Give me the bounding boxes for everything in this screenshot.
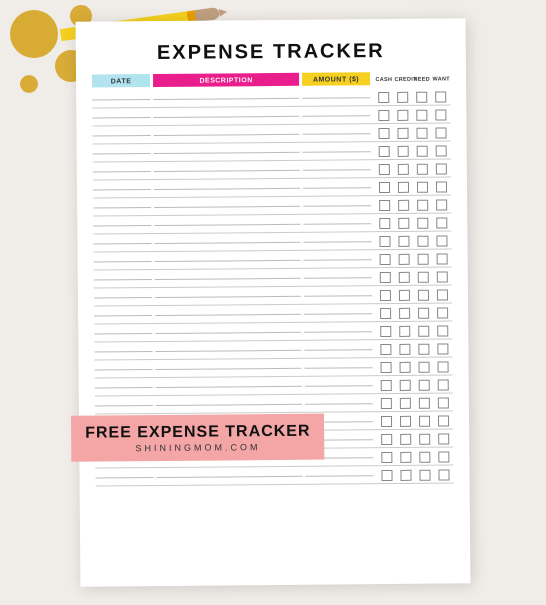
want-checkbox[interactable]: [438, 397, 449, 408]
table-row: [94, 268, 452, 288]
credit-checkbox[interactable]: [399, 271, 410, 282]
want-checkbox[interactable]: [437, 271, 448, 282]
want-checkbox[interactable]: [437, 289, 448, 300]
credit-checkbox[interactable]: [400, 469, 411, 480]
want-checkbox[interactable]: [436, 181, 447, 192]
cash-checkbox[interactable]: [381, 469, 392, 480]
need-checkbox[interactable]: [417, 199, 428, 210]
credit-checkbox[interactable]: [398, 199, 409, 210]
amount-line: [305, 403, 373, 405]
desc-line: [154, 133, 300, 135]
want-checkbox[interactable]: [436, 217, 447, 228]
credit-checkbox[interactable]: [399, 289, 410, 300]
credit-checkbox[interactable]: [400, 433, 411, 444]
credit-checkbox[interactable]: [397, 109, 408, 120]
cash-checkbox[interactable]: [380, 289, 391, 300]
cash-checkbox[interactable]: [381, 415, 392, 426]
need-checkbox[interactable]: [416, 127, 427, 138]
need-checkbox[interactable]: [418, 271, 429, 282]
want-checkbox[interactable]: [436, 145, 447, 156]
page-title: EXPENSE TRACKER: [92, 38, 450, 64]
want-checkbox[interactable]: [438, 469, 449, 480]
want-checkbox[interactable]: [437, 343, 448, 354]
credit-checkbox[interactable]: [399, 343, 410, 354]
cash-checkbox[interactable]: [381, 433, 392, 444]
want-checkbox[interactable]: [438, 415, 449, 426]
want-checkbox[interactable]: [435, 127, 446, 138]
credit-checkbox[interactable]: [399, 307, 410, 318]
need-checkbox[interactable]: [417, 181, 428, 192]
want-checkbox[interactable]: [437, 325, 448, 336]
need-checkbox[interactable]: [418, 325, 429, 336]
credit-checkbox[interactable]: [399, 253, 410, 264]
desc-line: [156, 367, 302, 369]
need-checkbox[interactable]: [417, 163, 428, 174]
need-checkbox[interactable]: [419, 415, 430, 426]
amount-line: [302, 115, 370, 117]
want-checkbox[interactable]: [437, 307, 448, 318]
need-checkbox[interactable]: [418, 343, 429, 354]
credit-checkbox[interactable]: [398, 217, 409, 228]
need-checkbox[interactable]: [418, 253, 429, 264]
need-checkbox[interactable]: [418, 307, 429, 318]
credit-checkbox[interactable]: [397, 91, 408, 102]
cash-checkbox[interactable]: [379, 235, 390, 246]
need-checkbox[interactable]: [417, 235, 428, 246]
cash-checkbox[interactable]: [381, 379, 392, 390]
need-checkbox[interactable]: [419, 397, 430, 408]
want-checkbox[interactable]: [436, 163, 447, 174]
credit-checkbox[interactable]: [400, 379, 411, 390]
need-checkbox[interactable]: [419, 361, 430, 372]
row-checkboxes: [371, 217, 451, 229]
cash-checkbox[interactable]: [378, 109, 389, 120]
want-checkbox[interactable]: [436, 235, 447, 246]
cash-checkbox[interactable]: [379, 199, 390, 210]
want-checkbox[interactable]: [435, 109, 446, 120]
credit-checkbox[interactable]: [398, 181, 409, 192]
need-checkbox[interactable]: [417, 217, 428, 228]
cash-checkbox[interactable]: [380, 307, 391, 318]
need-checkbox[interactable]: [417, 145, 428, 156]
credit-checkbox[interactable]: [400, 415, 411, 426]
cash-checkbox[interactable]: [379, 217, 390, 228]
amount-line: [303, 223, 371, 225]
want-checkbox[interactable]: [436, 199, 447, 210]
cash-checkbox[interactable]: [381, 451, 392, 462]
need-checkbox[interactable]: [419, 379, 430, 390]
want-checkbox[interactable]: [438, 433, 449, 444]
want-checkbox[interactable]: [438, 379, 449, 390]
cash-checkbox[interactable]: [379, 163, 390, 174]
cash-checkbox[interactable]: [380, 343, 391, 354]
credit-checkbox[interactable]: [398, 235, 409, 246]
cash-checkbox[interactable]: [379, 145, 390, 156]
date-line: [93, 171, 151, 173]
need-checkbox[interactable]: [419, 451, 430, 462]
want-checkbox[interactable]: [438, 361, 449, 372]
credit-checkbox[interactable]: [400, 397, 411, 408]
need-checkbox[interactable]: [419, 433, 430, 444]
need-checkbox[interactable]: [416, 91, 427, 102]
cash-checkbox[interactable]: [379, 181, 390, 192]
need-checkbox[interactable]: [419, 469, 430, 480]
credit-checkbox[interactable]: [399, 325, 410, 336]
want-checkbox[interactable]: [437, 253, 448, 264]
want-checkbox[interactable]: [438, 451, 449, 462]
cash-checkbox[interactable]: [378, 91, 389, 102]
cash-checkbox[interactable]: [380, 325, 391, 336]
credit-checkbox[interactable]: [398, 145, 409, 156]
cash-checkbox[interactable]: [381, 397, 392, 408]
cash-checkbox[interactable]: [380, 271, 391, 282]
credit-checkbox[interactable]: [398, 163, 409, 174]
amount-line: [303, 169, 371, 171]
cash-checkbox[interactable]: [378, 127, 389, 138]
need-checkbox[interactable]: [416, 109, 427, 120]
gold-circle-4: [20, 75, 38, 93]
credit-checkbox[interactable]: [400, 451, 411, 462]
credit-checkbox[interactable]: [397, 127, 408, 138]
desc-line: [154, 205, 300, 207]
want-checkbox[interactable]: [435, 91, 446, 102]
cash-checkbox[interactable]: [380, 253, 391, 264]
credit-checkbox[interactable]: [400, 361, 411, 372]
need-checkbox[interactable]: [418, 289, 429, 300]
cash-checkbox[interactable]: [381, 361, 392, 372]
